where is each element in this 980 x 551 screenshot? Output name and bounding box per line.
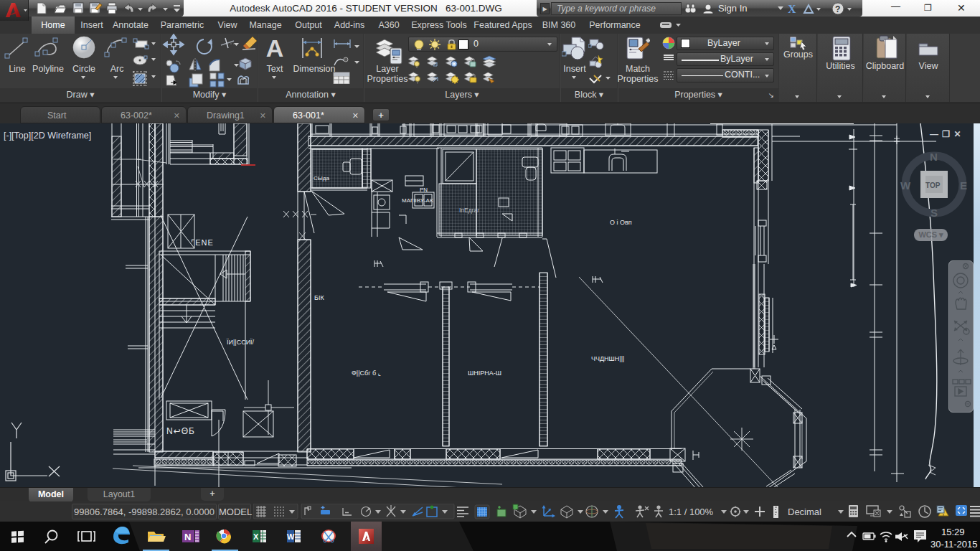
svg-text:СЫда: СЫда [314,175,330,182]
svg-text:30-11-2015: 30-11-2015 [930,539,978,550]
svg-text:1:1 / 100%: 1:1 / 100% [669,507,714,517]
svg-text:ЇИ||ССИЇ/: ЇИ||ССИЇ/ [227,339,255,346]
svg-text:W: W [287,532,295,541]
svg-text:N: N [930,151,938,163]
svg-text:W: W [900,179,911,192]
svg-text:X: X [788,3,796,15]
svg-text:N: N [184,532,191,542]
svg-text:О і Овп: О і Овп [610,219,632,226]
svg-text:МАГІІВУ-АК: МАГІІВУ-АК [402,197,433,204]
svg-text:X: X [253,532,259,541]
svg-text:N↩ΘБ: N↩ΘБ [166,426,195,436]
svg-text:TOP: TOP [925,182,941,189]
svg-text:S: S [930,207,938,219]
svg-text:Decimal: Decimal [788,507,821,517]
svg-text:15:29: 15:29 [941,527,965,537]
svg-text:РN: РN [420,187,428,193]
svg-text:Ф||Сбг б ⌞: Ф||Сбг б ⌞ [352,369,381,377]
svg-text:?: ? [835,4,840,14]
svg-text:ШНІРНА-Ш: ШНІРНА-Ш [468,369,501,377]
svg-text:⌜ΕNΕ: ⌜ΕNΕ [191,238,214,247]
svg-text:ІпЕдгаг: ІпЕдгаг [459,207,479,214]
svg-text:ЧЧДНШН|||: ЧЧДНШН||| [591,355,624,362]
svg-text:БІК: БІК [314,294,324,301]
svg-text:E: E [960,179,967,192]
